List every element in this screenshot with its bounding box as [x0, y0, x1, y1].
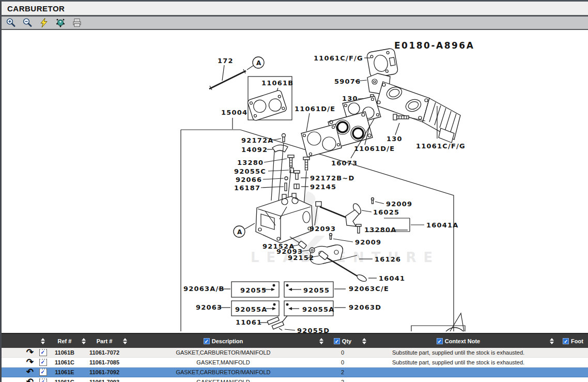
- part-label-13280[interactable]: 13280: [237, 159, 264, 166]
- page-title: CARBURETOR: [7, 4, 65, 13]
- part-gasket-11061de-left: [301, 124, 342, 157]
- datasheet-icon[interactable]: ✓: [39, 359, 47, 366]
- header-context-sort[interactable]: [547, 338, 556, 344]
- table-row[interactable]: ↷ ✓ 11061C 11061-7085 GASKET,MANIFOLD 0 …: [2, 358, 588, 368]
- part-label-15004[interactable]: 15004: [221, 109, 247, 116]
- part-label-92055a-box4[interactable]: 92055A: [302, 305, 335, 313]
- ref-cell: 11061G: [50, 379, 79, 382]
- sort-icon[interactable]: [123, 338, 127, 344]
- history-forward-arrow-icon[interactable]: ↷: [26, 359, 34, 366]
- part-label-92066[interactable]: 92066: [236, 176, 262, 184]
- part-label-16187[interactable]: 16187: [234, 184, 260, 192]
- part-label-92093-upper[interactable]: 92093: [310, 225, 336, 233]
- part-label-16126[interactable]: 16126: [375, 255, 401, 263]
- history-back-arrow-icon[interactable]: ↶: [26, 369, 34, 376]
- table-row-selected[interactable]: ↶ ✓ 11061E 11061-7092 GASKET,CARBURETOR/…: [2, 368, 588, 377]
- part-label-16073[interactable]: 16073: [331, 159, 358, 167]
- part-label-14092[interactable]: 14092: [241, 146, 268, 154]
- part-label-92063ce[interactable]: 92063C/E: [349, 285, 389, 293]
- header-context-note[interactable]: ✓ Context Note: [369, 338, 547, 344]
- ref-cell: 11061E: [50, 369, 79, 375]
- part-label-11061de-right[interactable]: 11061D/E: [354, 145, 395, 152]
- parts-table: Ref # Part # ✓ Description ✓ Qty ✓ Conte…: [2, 333, 588, 382]
- datasheet-icon[interactable]: ✓: [39, 369, 47, 376]
- part-label-92055a-box3[interactable]: 92055A: [235, 305, 268, 313]
- sort-icon[interactable]: [362, 338, 366, 344]
- part-label-59076[interactable]: 59076: [334, 78, 361, 85]
- part-label-11061de-left[interactable]: 11061D/E: [295, 105, 335, 113]
- zoom-out-icon[interactable]: [22, 18, 33, 28]
- hotspots-icon[interactable]: [55, 18, 66, 28]
- part-screw-92172bd: [294, 171, 300, 179]
- part-grommet-92093: [310, 248, 315, 253]
- part-label-16025[interactable]: 16025: [373, 208, 399, 216]
- part-16187: [285, 183, 287, 191]
- description-cell: GASKET,CARBURETOR/MANIFOLD: [130, 349, 317, 356]
- qty-checkbox[interactable]: ✓: [334, 338, 340, 344]
- sort-icon[interactable]: [550, 338, 554, 344]
- description-cell: GASKET,CARBURETOR/MANIFOLD: [130, 369, 317, 375]
- header-footnote[interactable]: ✓ Foot: [556, 338, 588, 344]
- header-qty[interactable]: ✓ Qty: [326, 338, 359, 344]
- part-label-92009-upper[interactable]: 92009: [386, 200, 412, 208]
- part-label-13280a[interactable]: 13280A: [364, 226, 397, 234]
- part-cell: 11061-7072: [88, 349, 120, 356]
- context-note-checkbox[interactable]: ✓: [437, 338, 443, 344]
- part-label-16041[interactable]: 16041: [379, 274, 405, 282]
- header-ref-sort[interactable]: [79, 338, 88, 344]
- header-select-sort[interactable]: [36, 338, 50, 344]
- part-label-11061cfg-bottom[interactable]: 11061C/F/G: [416, 142, 466, 150]
- header-part[interactable]: Part #: [88, 338, 120, 344]
- part-label-92055d[interactable]: 92055D: [297, 327, 330, 333]
- part-label-130-side[interactable]: 130: [386, 135, 403, 143]
- sort-icon[interactable]: [41, 338, 45, 344]
- part-label-11061cfg-top[interactable]: 11061C/F/G: [314, 54, 363, 62]
- part-label-92009-lower[interactable]: 92009: [355, 238, 381, 246]
- datasheet-icon[interactable]: ✓: [39, 378, 47, 382]
- ref-cell: 11061C: [50, 359, 79, 365]
- part-screw-92009-upper: [372, 198, 374, 204]
- header-part-sort[interactable]: [120, 338, 130, 344]
- flash-icon[interactable]: [38, 18, 49, 28]
- part-bolt-13280a: [356, 224, 361, 233]
- part-cell: 11061-7092: [88, 369, 120, 375]
- parts-table-header: Ref # Part # ✓ Description ✓ Qty ✓ Conte…: [2, 334, 588, 348]
- print-icon[interactable]: [71, 18, 82, 28]
- part-label-172[interactable]: 172: [218, 57, 234, 65]
- part-label-92145[interactable]: 92145: [310, 183, 336, 191]
- sort-icon[interactable]: [319, 338, 323, 344]
- header-description[interactable]: ✓ Description: [130, 338, 317, 344]
- history-back-arrow-icon[interactable]: ↶: [26, 378, 34, 382]
- part-label-92172a[interactable]: 92172A: [241, 136, 274, 144]
- zoom-in-icon[interactable]: [5, 18, 16, 28]
- sort-icon[interactable]: [82, 338, 86, 344]
- header-description-sort[interactable]: [317, 338, 326, 344]
- part-label-92055c[interactable]: 92055C: [234, 167, 266, 175]
- qty-cell: 0: [326, 349, 359, 356]
- history-forward-arrow-icon[interactable]: ↷: [26, 349, 34, 356]
- part-screw-92009-lower: [330, 234, 332, 240]
- part-label-92172bd[interactable]: 92172B~D: [310, 174, 354, 182]
- qty-cell: 2: [326, 369, 359, 375]
- part-label-92063d[interactable]: 92063D: [349, 303, 381, 311]
- table-row[interactable]: ↷ ✓ 11061B 11061-7072 GASKET,CARBURETOR/…: [2, 348, 588, 358]
- part-gasket-stack-11061: [267, 316, 287, 330]
- svg-text:A: A: [256, 59, 261, 67]
- part-label-16041a[interactable]: 16041A: [426, 221, 459, 229]
- part-label-11061[interactable]: 11061: [236, 318, 262, 326]
- part-label-11061b[interactable]: 11061B: [261, 79, 293, 87]
- table-row[interactable]: ↶ ✓ 11061G 11061-7093 GASKET,MANIFOLD 2: [2, 377, 588, 382]
- part-label-92055-box1[interactable]: 92055: [240, 286, 267, 294]
- description-checkbox[interactable]: ✓: [204, 338, 210, 344]
- datasheet-icon[interactable]: ✓: [39, 349, 47, 356]
- exploded-parts-diagram: LEADVENTURE E0180-A896A 172 A: [3, 30, 588, 333]
- ref-cell: 11061B: [50, 349, 79, 356]
- part-cell: 11061-7093: [88, 379, 120, 382]
- header-qty-sort[interactable]: [359, 338, 369, 344]
- header-ref[interactable]: Ref #: [50, 338, 79, 344]
- footnote-checkbox[interactable]: ✓: [563, 338, 569, 344]
- view-marker-a-mid: A: [234, 223, 255, 237]
- qty-cell: 0: [326, 359, 359, 365]
- part-label-92055-box2[interactable]: 92055: [303, 286, 330, 294]
- part-label-92063ab[interactable]: 92063A/B: [183, 285, 225, 293]
